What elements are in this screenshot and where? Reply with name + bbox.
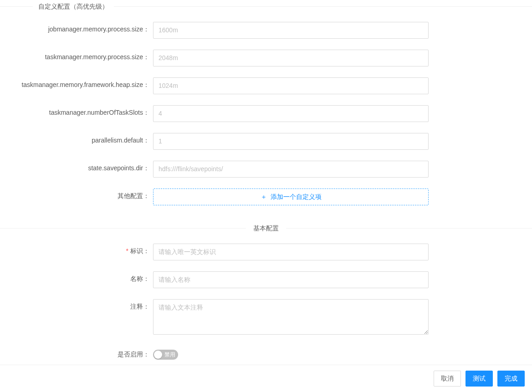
section-title-basic: 基本配置 <box>246 224 286 232</box>
cancel-button[interactable]: 取消 <box>434 371 461 387</box>
taskmanager-heap-input[interactable] <box>153 77 429 94</box>
slots-input[interactable] <box>153 105 429 122</box>
add-custom-button[interactable]: ＋ 添加一个自定义项 <box>153 188 429 205</box>
section-divider-custom: 自定义配置（高优先级） <box>0 2 532 11</box>
taskmanager-mem-label: taskmanager.memory.process.size <box>45 53 149 61</box>
add-custom-label: 添加一个自定义项 <box>271 192 322 202</box>
parallelism-input[interactable] <box>153 133 429 150</box>
section-title-custom: 自定义配置（高优先级） <box>33 3 114 10</box>
other-config-label: 其他配置 <box>118 192 149 199</box>
enable-switch[interactable]: 禁用 <box>153 350 178 360</box>
savepoints-input[interactable] <box>153 161 429 178</box>
taskmanager-heap-label: taskmanager.memory.framework.heap.size <box>21 81 149 88</box>
plus-icon: ＋ <box>261 192 267 202</box>
note-label: 注释 <box>130 303 149 310</box>
id-input[interactable] <box>153 244 429 260</box>
jobmanager-label: jobmanager.memory.process.size <box>48 25 149 33</box>
switch-knob <box>154 351 162 359</box>
form-container: 自定义配置（高优先级） jobmanager.memory.process.si… <box>0 2 532 361</box>
section-divider-basic: 基本配置 <box>0 224 532 233</box>
slots-label: taskmanager.numberOfTaskSlots <box>49 109 149 116</box>
parallelism-label: parallelism.default <box>92 137 149 144</box>
jobmanager-input[interactable] <box>153 22 429 39</box>
test-button[interactable]: 测试 <box>466 371 493 387</box>
finish-button[interactable]: 完成 <box>497 371 525 387</box>
name-input[interactable] <box>153 271 429 288</box>
name-label: 名称 <box>130 275 149 282</box>
switch-text: 禁用 <box>164 350 175 360</box>
footer: 取消 测试 完成 <box>0 365 532 392</box>
id-label: 标识 <box>126 247 149 255</box>
note-textarea[interactable] <box>153 299 429 335</box>
taskmanager-mem-input[interactable] <box>153 50 429 66</box>
enable-label: 是否启用 <box>118 351 149 358</box>
savepoints-label: state.savepoints.dir <box>88 164 149 172</box>
